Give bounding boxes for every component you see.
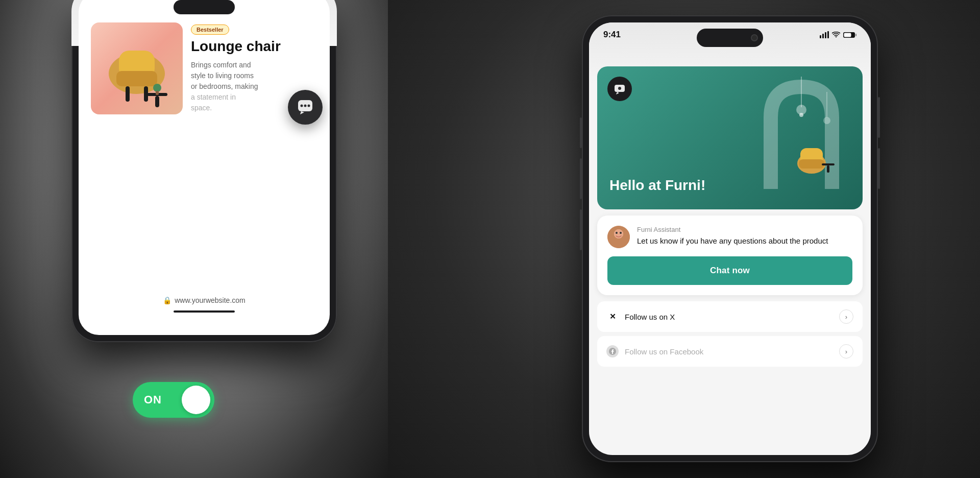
twitter-label: Follow us on X bbox=[625, 313, 675, 321]
right-phone-screen: 9:41 bbox=[589, 22, 871, 455]
mute-button bbox=[580, 117, 582, 148]
toggle-track[interactable]: ON bbox=[133, 382, 214, 418]
facebook-label: Follow us on Facebook bbox=[625, 347, 703, 356]
assistant-avatar bbox=[607, 226, 630, 248]
battery-icon bbox=[843, 32, 856, 38]
assistant-row: Furni Assistant Let us know if you have … bbox=[607, 226, 852, 248]
svg-point-11 bbox=[304, 105, 307, 107]
svg-point-10 bbox=[301, 105, 303, 107]
svg-rect-27 bbox=[799, 159, 824, 169]
home-indicator-left bbox=[174, 310, 235, 313]
svg-point-7 bbox=[153, 84, 161, 92]
svg-point-22 bbox=[799, 113, 803, 117]
svg-point-31 bbox=[618, 87, 621, 90]
chat-now-button[interactable]: Chat now bbox=[607, 256, 852, 285]
svg-rect-3 bbox=[126, 86, 130, 102]
volume-down-button bbox=[580, 209, 582, 250]
assistant-name: Furni Assistant bbox=[637, 226, 852, 233]
hero-greeting: Hello at Furni! bbox=[609, 177, 705, 194]
svg-rect-2 bbox=[116, 71, 157, 86]
dynamic-island-left bbox=[174, 0, 235, 14]
product-image bbox=[91, 22, 183, 114]
lock-icon: 🔒 bbox=[163, 296, 172, 304]
bestseller-badge: Bestseller bbox=[191, 25, 229, 35]
hero-logo bbox=[607, 77, 632, 101]
svg-point-35 bbox=[616, 232, 618, 234]
assistant-info: Furni Assistant Let us know if you have … bbox=[637, 226, 852, 246]
svg-rect-16 bbox=[827, 31, 829, 38]
svg-rect-14 bbox=[822, 34, 824, 38]
assistant-message: Let us know if you have any questions ab… bbox=[637, 235, 852, 246]
volume-button bbox=[878, 148, 880, 189]
facebook-icon bbox=[606, 345, 619, 357]
twitter-arrow-icon: › bbox=[839, 309, 853, 324]
svg-rect-8 bbox=[156, 91, 159, 95]
signal-icon bbox=[820, 31, 829, 38]
social-links: ✕ Follow us on X › Follow us on Facebook… bbox=[597, 301, 863, 367]
furni-logo-icon bbox=[613, 82, 626, 95]
svg-rect-13 bbox=[820, 35, 821, 38]
left-phone: Bestseller Lounge chair Brings comfort a… bbox=[71, 0, 337, 342]
chat-bubble-icon bbox=[296, 98, 314, 116]
svg-rect-6 bbox=[155, 96, 159, 107]
power-button bbox=[878, 97, 880, 138]
status-time: 9:41 bbox=[603, 30, 621, 40]
svg-rect-19 bbox=[844, 33, 851, 37]
svg-rect-15 bbox=[825, 32, 826, 38]
facebook-arrow-icon: › bbox=[839, 344, 853, 358]
svg-point-12 bbox=[308, 105, 310, 107]
toggle-label: ON bbox=[144, 393, 162, 407]
product-card: Bestseller Lounge chair Brings comfort a… bbox=[91, 22, 317, 114]
status-bar: 9:41 bbox=[589, 22, 871, 40]
avatar-illustration bbox=[607, 226, 630, 248]
toggle-knob bbox=[182, 386, 210, 414]
facebook-row[interactable]: Follow us on Facebook › bbox=[597, 336, 863, 367]
wifi-icon bbox=[832, 32, 840, 38]
svg-rect-28 bbox=[822, 163, 835, 165]
chat-bubble-button[interactable] bbox=[288, 90, 323, 125]
volume-up-button bbox=[580, 158, 582, 199]
x-icon: ✕ bbox=[606, 310, 619, 323]
svg-rect-29 bbox=[827, 165, 829, 173]
left-phone-screen: Bestseller Lounge chair Brings comfort a… bbox=[79, 0, 330, 335]
hero-arch-svg bbox=[761, 77, 842, 189]
fb-logo bbox=[609, 348, 616, 355]
url-text: www.yourwebsite.com bbox=[175, 296, 246, 304]
twitter-left: ✕ Follow us on X bbox=[606, 310, 675, 323]
svg-point-24 bbox=[823, 117, 830, 124]
facebook-left: Follow us on Facebook bbox=[606, 345, 703, 357]
product-title: Lounge chair bbox=[191, 39, 317, 55]
right-phone: 9:41 bbox=[582, 15, 878, 462]
hero-banner: Hello at Furni! bbox=[597, 66, 863, 209]
toggle-container: ON bbox=[133, 382, 214, 418]
twitter-row[interactable]: ✕ Follow us on X › bbox=[597, 301, 863, 332]
chat-panel: Furni Assistant Let us know if you have … bbox=[597, 216, 863, 295]
url-bar: 🔒 www.yourwebsite.com bbox=[79, 296, 330, 304]
status-icons bbox=[820, 31, 856, 38]
svg-rect-18 bbox=[855, 34, 856, 36]
svg-point-36 bbox=[620, 232, 622, 234]
